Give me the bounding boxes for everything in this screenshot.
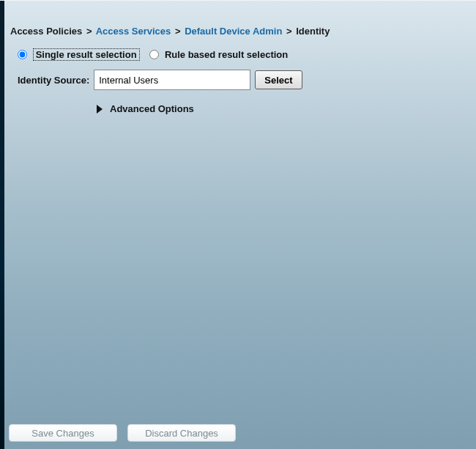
breadcrumb-current: Identity	[296, 26, 330, 37]
save-changes-button[interactable]: Save Changes	[9, 424, 117, 442]
identity-form: Single result selection Rule based resul…	[18, 48, 470, 114]
identity-source-row: Identity Source: Select	[18, 70, 470, 90]
advanced-options-row: Advanced Options	[97, 103, 470, 114]
identity-source-input[interactable]	[94, 70, 250, 90]
advanced-options-label[interactable]: Advanced Options	[110, 103, 194, 114]
selection-mode-radio-group: Single result selection Rule based resul…	[18, 48, 470, 61]
breadcrumb-link-default-device-admin[interactable]: Default Device Admin	[185, 26, 282, 37]
breadcrumb-link-access-services[interactable]: Access Services	[96, 26, 171, 37]
breadcrumb-sep: >	[285, 26, 294, 37]
breadcrumb-sep: >	[85, 26, 94, 37]
footer-buttons: Save Changes Discard Changes	[9, 424, 236, 442]
identity-source-label: Identity Source:	[18, 75, 89, 86]
single-result-radio[interactable]	[18, 50, 27, 59]
left-border	[0, 1, 4, 449]
breadcrumb-root: Access Policies	[10, 26, 82, 37]
breadcrumb: Access Policies > Access Services > Defa…	[10, 26, 470, 37]
breadcrumb-sep: >	[174, 26, 182, 37]
disclosure-right-icon[interactable]	[97, 105, 103, 114]
select-button[interactable]: Select	[255, 70, 302, 89]
main-panel: Access Policies > Access Services > Defa…	[9, 20, 470, 114]
single-result-label[interactable]: Single result selection	[33, 48, 140, 61]
rule-based-radio[interactable]	[149, 50, 159, 59]
discard-changes-button[interactable]: Discard Changes	[127, 424, 236, 442]
rule-based-label[interactable]: Rule based result selection	[165, 49, 288, 60]
